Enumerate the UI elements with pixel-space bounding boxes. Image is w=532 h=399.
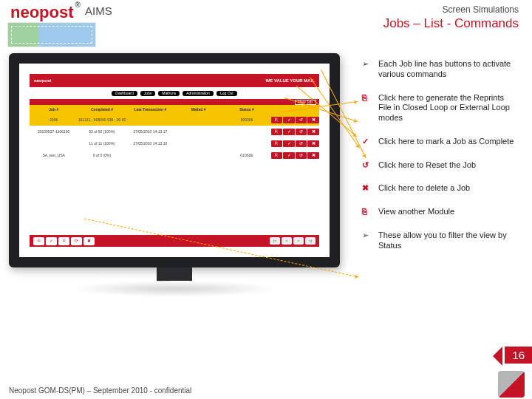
app-brand: neopost (34, 78, 51, 83)
callout-text: Each Job line has buttons to activate va… (378, 59, 519, 80)
reset-button[interactable]: ↺ (296, 129, 307, 135)
monitor-bezel: neopost WE VALUE YOUR MAIL Dashboard Job… (9, 53, 340, 267)
nav-mailruns[interactable]: Mailruns (158, 91, 180, 96)
callout-item: ➢ Each Job line has buttons to activate … (362, 59, 519, 80)
app-tagline: WE VALUE YOUR MAIL (266, 78, 315, 83)
slide-root: neopost® AIMS Screen Simulations Jobs – … (0, 0, 532, 399)
callout-text: Click here to delete a Job (378, 183, 470, 194)
page-next[interactable]: > (293, 237, 304, 245)
nav-admin[interactable]: Administration (183, 91, 214, 96)
chevron-icon: ➢ (362, 59, 372, 80)
new-job-button[interactable]: New Job (295, 100, 316, 105)
col-last[interactable]: Last Transaction # (126, 108, 174, 112)
nav-logout[interactable]: Log Out (216, 91, 237, 96)
breadcrumb-main: Jobs – List - Commands (383, 16, 519, 31)
app-screen: neopost WE VALUE YOUR MAIL Dashboard Job… (30, 74, 319, 247)
filter-chip[interactable]: ⎘ (58, 237, 69, 245)
delete-button[interactable]: ✖ (307, 140, 319, 147)
nav-jobs[interactable]: Jobs (140, 91, 156, 96)
breadcrumb-top: Screen Simulations (443, 4, 519, 15)
module-icon: ⎘ (362, 207, 372, 217)
reprint-button[interactable]: ⎘ (271, 117, 283, 123)
callout-text: View another Module (378, 207, 454, 217)
cell-completed: 161101 - 908040 536 - 00 00 (78, 118, 126, 122)
callout-text: Click here to generate the Reprints File… (378, 93, 519, 123)
reprint-button[interactable]: ⎘ (271, 152, 283, 159)
reprint-button[interactable]: ⎘ (271, 140, 283, 147)
delete-icon: ✖ (362, 183, 372, 194)
col-mailed[interactable]: Mailed # (174, 108, 222, 112)
filter-bar: ⎘ ✓ ⎘ ⟳ ✖ |< < > >| (30, 235, 319, 247)
complete-button[interactable]: ✓ (283, 129, 295, 135)
table-header: Job # Completed # Last Transaction # Mai… (30, 105, 319, 114)
app-header: neopost WE VALUE YOUR MAIL (30, 74, 319, 87)
cell-job: 20100527-1106190 (30, 130, 78, 134)
callout-item: ↺ Click here to Reset the Job (362, 160, 519, 171)
complete-button[interactable]: ✓ (283, 140, 295, 147)
filter-chip[interactable]: ✖ (83, 237, 95, 245)
table-row[interactable]: SA_test_USA 0 of 0 (0%) 01002E ⎘ ✓ ↺ ✖ (30, 149, 319, 161)
cell-status: 01002E (222, 154, 270, 157)
toolbar-band: New Job (30, 99, 319, 105)
page-first[interactable]: |< (270, 237, 280, 245)
complete-button[interactable]: ✓ (283, 117, 295, 123)
reset-icon: ↺ (362, 160, 372, 171)
callout-item: ✓ Click here to mark a Job as Complete (362, 137, 519, 147)
row-commands: ⎘ ✓ ↺ ✖ (271, 140, 319, 147)
reprint-button[interactable]: ⎘ (271, 129, 283, 135)
callout-item: ⎘ View another Module (362, 207, 519, 217)
page-prev[interactable]: < (282, 237, 292, 245)
page-number-badge: 16 (505, 347, 532, 364)
callout-text: Click here to mark a Job as Complete (378, 137, 514, 147)
callout-text: These allow you to filter the view by St… (378, 231, 519, 251)
reset-button[interactable]: ↺ (296, 140, 307, 147)
page-last[interactable]: >| (305, 237, 316, 245)
row-commands: ⎘ ✓ ↺ ✖ (271, 129, 319, 135)
monitor-base (72, 281, 276, 297)
row-commands: ⎘ ✓ ↺ ✖ (271, 152, 319, 159)
delete-button[interactable]: ✖ (307, 129, 319, 135)
pager: |< < > >| (270, 237, 316, 245)
nav-dashboard[interactable]: Dashboard (112, 91, 137, 96)
chevron-icon: ➢ (362, 231, 372, 251)
callout-text: Click here to Reset the Job (378, 160, 476, 171)
table-row[interactable]: 11 of 11 (100%) 27/05/2010 14:13:10 ⎘ ✓ … (30, 137, 319, 149)
delete-button[interactable]: ✖ (307, 152, 319, 159)
cell-completed: 11 of 11 (100%) (78, 142, 126, 146)
cell-job: SA_test_USA (30, 154, 78, 157)
callout-item: ➢ These allow you to filter the view by … (362, 231, 519, 251)
footer-logo-icon (498, 371, 525, 398)
cell-last: 27/05/2010 14:13:17 (126, 130, 174, 134)
callout-list: ➢ Each Job line has buttons to activate … (362, 59, 519, 264)
callout-item: ✖ Click here to delete a Job (362, 183, 519, 194)
cell-last: 27/05/2010 14:13:10 (126, 142, 174, 146)
app-nav: Dashboard Jobs Mailruns Administration L… (30, 87, 319, 99)
decorative-graphic (7, 22, 96, 47)
col-completed[interactable]: Completed # (78, 108, 126, 112)
row-commands: ⎘ ✓ ↺ ✖ (271, 117, 319, 123)
cell-status: 000006 (222, 118, 270, 122)
cell-completed: 0 of 0 (0%) (78, 154, 126, 157)
table-row[interactable]: 20100527-1106190 92 of 92 (100%) 27/05/2… (30, 126, 319, 137)
callout-item: ⎘ Click here to generate the Reprints Fi… (362, 93, 519, 123)
reset-button[interactable]: ↺ (296, 152, 307, 159)
filter-chip[interactable]: ⎘ (33, 237, 44, 245)
footer-text: Neopost GOM-DS(PM) – September 2010 - co… (9, 386, 191, 395)
reprint-icon: ⎘ (362, 93, 372, 123)
table-row[interactable]: 2006 161101 - 908040 536 - 00 00 000006 … (30, 114, 319, 126)
reset-button[interactable]: ↺ (296, 117, 307, 123)
col-status[interactable]: Status # (222, 108, 270, 112)
cell-completed: 92 of 92 (100%) (78, 130, 126, 134)
cell-job: 2006 (30, 118, 78, 122)
filter-chip[interactable]: ⟳ (71, 237, 82, 245)
product-name: AIMS (85, 4, 112, 17)
filter-chip[interactable]: ✓ (46, 237, 57, 245)
brand-logo: neopost® (10, 3, 79, 22)
delete-button[interactable]: ✖ (307, 117, 319, 123)
complete-icon: ✓ (362, 137, 372, 147)
col-job[interactable]: Job # (30, 108, 78, 112)
monitor-frame: neopost WE VALUE YOUR MAIL Dashboard Job… (9, 53, 340, 297)
complete-button[interactable]: ✓ (283, 152, 295, 159)
